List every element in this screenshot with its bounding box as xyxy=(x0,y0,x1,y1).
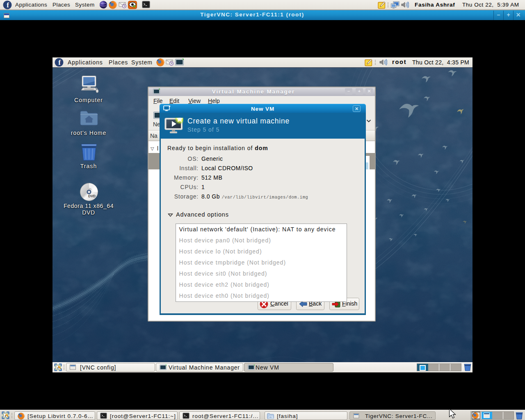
svg-text:DVD: DVD xyxy=(88,194,96,198)
svg-text:f: f xyxy=(7,1,9,9)
svg-text:f: f xyxy=(58,59,61,66)
